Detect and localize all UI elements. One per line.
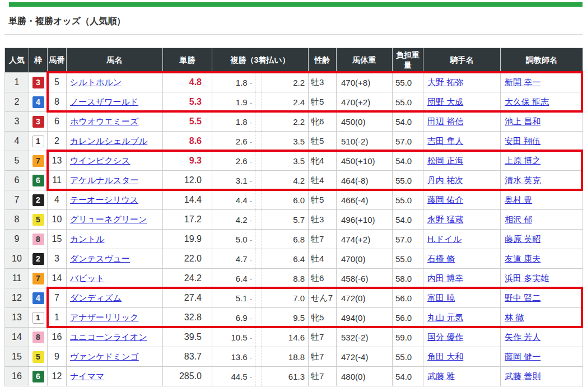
jockey-link[interactable]: 吉田 隼人: [427, 136, 463, 146]
header-win-odds: 単勝: [163, 48, 212, 73]
horse-link[interactable]: ダンディズム: [70, 293, 122, 302]
place-odds-low-cell: 2.6-: [212, 151, 255, 171]
horse-name-cell: ノースザワールド: [67, 92, 163, 112]
frame-badge: 2: [32, 194, 44, 206]
place-odds-low-value: 3.1: [236, 176, 248, 185]
trainer-link[interactable]: 安田 翔伍: [505, 136, 541, 146]
place-odds-low-cell: 10.5-: [212, 328, 255, 347]
horse-link[interactable]: グリューネグリーン: [70, 214, 147, 224]
win-odds-cell: 5.3: [163, 92, 212, 112]
rank-cell: 9: [5, 230, 29, 249]
jockey-cell: 団野 大成: [423, 92, 501, 112]
horse-link[interactable]: バビット: [70, 273, 104, 283]
trainer-link[interactable]: 友道 康夫: [505, 254, 541, 263]
place-odds-spacer: [255, 92, 262, 112]
carried-weight-cell: 55.0: [393, 92, 423, 112]
jockey-link[interactable]: 松岡 正海: [427, 156, 463, 165]
range-dash: -: [250, 177, 252, 185]
horse-link[interactable]: ダンテスヴュー: [70, 254, 130, 263]
place-odds-spacer: [255, 308, 262, 328]
place-odds-high-cell: 6.8: [262, 230, 309, 249]
trainer-cell: 矢作 芳人: [501, 328, 583, 347]
frame-badge: 7: [32, 273, 44, 284]
jockey-link[interactable]: 大野 拓弥: [427, 77, 463, 87]
frame-badge: 1: [32, 312, 44, 324]
trainer-cell: 野中 賢二: [501, 288, 583, 308]
horse-link[interactable]: カントル: [70, 234, 104, 244]
jockey-link[interactable]: 丸山 元気: [427, 312, 463, 322]
win-odds-cell: 24.2: [163, 269, 212, 288]
jockey-link[interactable]: 内田 博幸: [427, 273, 463, 283]
horse-name-cell: グリューネグリーン: [67, 210, 163, 230]
jockey-link[interactable]: 国分 優作: [427, 332, 463, 342]
jockey-cell: 石橋 脩: [423, 249, 501, 269]
trainer-link[interactable]: 大久保 龍志: [505, 97, 549, 106]
trainer-link[interactable]: 新開 幸一: [505, 77, 541, 87]
horse-number-cell: 3: [48, 249, 67, 269]
jockey-link[interactable]: 田辺 裕信: [427, 116, 463, 126]
table-row: 8 5 10 グリューネグリーン 17.2 4.2- 5.7 牡3 496(+1…: [5, 210, 583, 230]
trainer-link[interactable]: 浜田 多実雄: [505, 273, 549, 283]
sex-age-cell: 牝5: [309, 308, 337, 328]
horse-link[interactable]: ユニコーンライオン: [70, 332, 147, 342]
jockey-link[interactable]: 富田 暁: [427, 293, 455, 302]
horse-link[interactable]: アケルナルスター: [70, 175, 138, 185]
weight-cell: 472(-4): [337, 347, 393, 367]
horse-link[interactable]: ヴァンケドミンゴ: [70, 352, 139, 361]
trainer-link[interactable]: 上原 博之: [505, 156, 541, 165]
trainer-link[interactable]: 林 徹: [505, 312, 524, 322]
horse-link[interactable]: ホウオウエミーズ: [70, 116, 138, 126]
jockey-link[interactable]: 藤岡 佑介: [427, 195, 463, 204]
jockey-cell: 松岡 正海: [423, 151, 501, 171]
jockey-link[interactable]: H.ドイル: [427, 234, 462, 244]
win-odds-cell: 27.4: [163, 288, 212, 308]
horse-link[interactable]: ウインピクシス: [70, 156, 130, 165]
trainer-link[interactable]: 清水 英克: [505, 175, 541, 185]
jockey-link[interactable]: 角田 大和: [427, 352, 463, 361]
horse-name-cell: ウインピクシス: [67, 151, 163, 171]
header-carried-weight: 負担重量: [393, 48, 423, 73]
trainer-cell: 新開 幸一: [501, 73, 583, 92]
trainer-link[interactable]: 奥村 豊: [505, 195, 532, 204]
horse-link[interactable]: アナザーリリック: [70, 312, 138, 322]
place-odds-low-value: 5.0: [236, 235, 248, 244]
horse-link[interactable]: シルトホルン: [70, 77, 122, 87]
trainer-link[interactable]: 藤岡 健一: [505, 352, 541, 361]
frame-cell: 6: [29, 171, 48, 190]
jockey-link[interactable]: 石橋 脩: [427, 254, 455, 263]
trainer-link[interactable]: 相沢 郁: [505, 214, 532, 224]
horse-link[interactable]: カレンルシェルブル: [70, 136, 147, 146]
place-odds-high-cell: 5.7: [262, 210, 309, 230]
trainer-link[interactable]: 藤原 英昭: [505, 234, 541, 244]
jockey-link[interactable]: 団野 大成: [427, 97, 463, 106]
trainer-link[interactable]: 野中 賢二: [505, 293, 541, 302]
table-row: 16 6 12 ナイママ 285.0 44.5- 61.3 牡7 480(0) …: [5, 367, 583, 386]
sex-age-cell: 牡3: [309, 210, 337, 230]
place-odds-low-value: 4.2: [236, 215, 248, 225]
jockey-link[interactable]: 永野 猛蔵: [427, 214, 463, 224]
win-odds-cell: 5.5: [163, 112, 212, 132]
frame-badge: 1: [32, 136, 44, 147]
horse-link[interactable]: ノースザワールド: [70, 97, 138, 106]
frame-badge: 8: [32, 234, 44, 245]
jockey-link[interactable]: 武藤 雅: [427, 371, 455, 381]
trainer-link[interactable]: 池上 昌和: [505, 116, 541, 126]
trainer-link[interactable]: 矢作 芳人: [505, 332, 541, 342]
jockey-cell: 藤岡 佑介: [423, 190, 501, 210]
horse-number-cell: 1: [48, 308, 67, 328]
trainer-link[interactable]: 武藤 善則: [505, 371, 541, 381]
carried-weight-cell: 55.0: [393, 249, 423, 269]
place-odds-low-cell: 5.0-: [212, 230, 255, 249]
jockey-link[interactable]: 丹内 祐次: [427, 175, 463, 185]
carried-weight-cell: 55.0: [393, 171, 423, 190]
trainer-cell: 藤岡 健一: [501, 347, 583, 367]
jockey-cell: 内田 博幸: [423, 269, 501, 288]
place-odds-low-cell: 1.9-: [212, 92, 255, 112]
rank-cell: 6: [5, 171, 29, 190]
range-dash: -: [250, 275, 252, 283]
carried-weight-cell: 54.0: [393, 151, 423, 171]
horse-link[interactable]: テーオーシリウス: [70, 195, 138, 204]
frame-cell: 1: [29, 132, 48, 151]
horse-link[interactable]: ナイママ: [70, 371, 104, 381]
range-dash: -: [250, 99, 252, 107]
